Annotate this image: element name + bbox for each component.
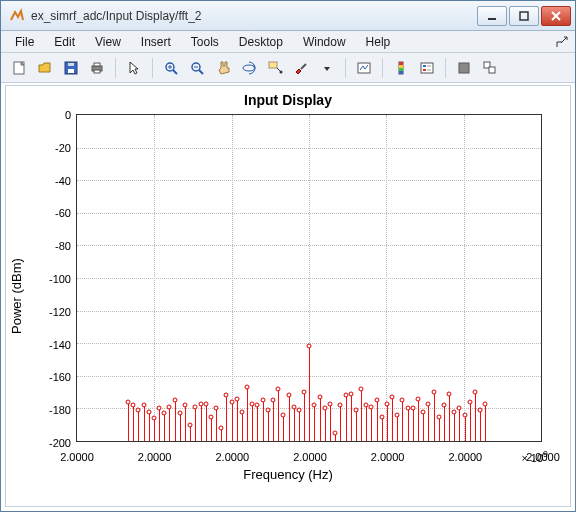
maximize-button[interactable] [509,6,539,26]
zoom-out-icon[interactable] [185,56,209,80]
svg-rect-9 [94,63,100,66]
hide-tools-icon[interactable] [452,56,476,80]
stem [144,405,145,441]
stem [164,413,165,441]
y-tick-label: -100 [6,273,71,285]
data-marker [151,416,156,421]
y-tick-label: -160 [6,371,71,383]
svg-rect-1 [520,12,528,20]
stem [263,400,264,441]
stem [444,405,445,441]
stem [325,408,326,441]
stem [226,395,227,441]
data-marker [390,394,395,399]
y-tick-label: -200 [6,437,71,449]
data-marker [426,401,431,406]
stem [465,415,466,441]
brush-icon[interactable] [289,56,313,80]
data-marker [317,394,322,399]
stem [418,399,419,441]
x-axis-label: Frequency (Hz) [243,467,333,482]
data-marker [141,403,146,408]
data-marker [177,411,182,416]
menu-edit[interactable]: Edit [46,33,83,51]
stem [211,417,212,441]
stem [470,402,471,441]
stem [320,397,321,441]
titlebar: ex_simrf_adc/Input Display/fft_2 [1,1,575,31]
menu-tools[interactable]: Tools [183,33,227,51]
stem [449,394,450,441]
save-icon[interactable] [59,56,83,80]
new-figure-icon[interactable] [7,56,31,80]
x-tick-label: 2.0000 [216,451,250,463]
menu-help[interactable]: Help [358,33,399,51]
pan-icon[interactable] [211,56,235,80]
y-tick-label: -60 [6,207,71,219]
open-icon[interactable] [33,56,57,80]
data-marker [359,386,364,391]
data-marker [483,401,488,406]
stem [377,400,378,441]
toolbar-separator [445,58,446,78]
stem [128,402,129,441]
data-marker [193,404,198,409]
stem [294,407,295,441]
legend-icon[interactable] [415,56,439,80]
close-button[interactable] [541,6,571,26]
menu-file[interactable]: File [7,33,42,51]
svg-rect-28 [399,71,403,74]
menu-insert[interactable]: Insert [133,33,179,51]
data-marker [162,411,167,416]
stem [439,417,440,441]
svg-rect-7 [68,63,74,66]
stem [304,392,305,441]
data-marker [157,406,162,411]
toolbar [1,53,575,83]
toolbar-separator [152,58,153,78]
stem [480,410,481,441]
data-marker [296,408,301,413]
show-tools-icon[interactable] [478,56,502,80]
rotate-3d-icon[interactable] [237,56,261,80]
link-plot-icon[interactable] [352,56,376,80]
data-marker [281,412,286,417]
data-marker [353,408,358,413]
menu-view[interactable]: View [87,33,129,51]
pointer-icon[interactable] [122,56,146,80]
matlab-icon [9,8,25,24]
stem [185,405,186,441]
data-marker [395,412,400,417]
y-tick-label: 0 [6,109,71,121]
data-marker [379,414,384,419]
zoom-in-icon[interactable] [159,56,183,80]
svg-line-12 [173,70,177,74]
brush-dropdown-icon[interactable] [315,56,339,80]
colorbar-icon[interactable] [389,56,413,80]
stem [206,404,207,441]
axes[interactable] [76,114,542,442]
minimize-button[interactable] [477,6,507,26]
data-marker [271,398,276,403]
stem [201,404,202,441]
data-marker [374,398,379,403]
chart-title: Input Display [6,86,570,108]
stem [340,405,341,441]
data-marker [146,409,151,414]
data-marker [239,409,244,414]
menu-desktop[interactable]: Desktop [231,33,291,51]
data-marker [441,403,446,408]
figure-area: Input Display Power (dBm) Frequency (Hz)… [5,85,571,507]
data-marker [457,406,462,411]
toolbar-separator [345,58,346,78]
data-cursor-icon[interactable] [263,56,287,80]
dock-icon[interactable] [555,35,569,49]
y-tick-label: -140 [6,339,71,351]
y-tick-label: -20 [6,142,71,154]
data-marker [312,403,317,408]
print-icon[interactable] [85,56,109,80]
window-controls [477,6,571,26]
stem [459,408,460,441]
menu-window[interactable]: Window [295,33,354,51]
data-marker [265,408,270,413]
